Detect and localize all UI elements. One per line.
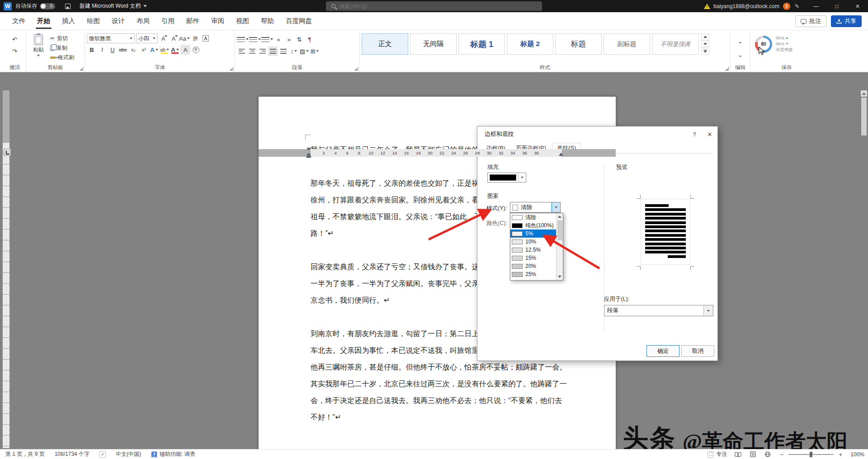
styles-scroll-down[interactable] [701, 41, 709, 47]
cut-button[interactable]: ✂剪切 [49, 34, 75, 43]
list-item-solid[interactable]: 纯色(100%) [510, 221, 563, 230]
proofing-status[interactable]: ✓ [99, 451, 106, 458]
numbering-button[interactable] [249, 34, 261, 44]
text-effects-button[interactable]: A [149, 45, 159, 55]
tab-view[interactable]: 视图 [230, 12, 255, 30]
text-line[interactable]: 其实我那年已二十岁，北京已来往过两三次，是没有什么要紧的了。他踌躇了一 [311, 375, 565, 392]
underline-button[interactable]: U [108, 45, 118, 55]
ok-button[interactable]: 确定 [646, 345, 679, 357]
grow-font-button[interactable]: A [158, 33, 168, 43]
pen-icon[interactable]: ✎ [795, 3, 799, 9]
autosave-control[interactable]: 自动保存 关 [15, 2, 55, 10]
align-right-button[interactable] [258, 46, 268, 56]
subscript-button[interactable]: x₂ [128, 45, 138, 55]
change-case-button[interactable]: Aa [179, 33, 190, 43]
text-line[interactable]: 他再三嘱咐茶房，甚是仔细。但他终于不放心，怕茶房不妥帖；颇踌躇了一会。 [311, 359, 565, 375]
zoom-out-button[interactable]: − [778, 451, 785, 458]
word-count[interactable]: 108/1734 个字 [55, 450, 90, 458]
shading-button[interactable]: ▨ [299, 46, 309, 56]
list-item-25pct[interactable]: 25% [510, 270, 563, 278]
styles-scroll-up[interactable] [701, 33, 709, 40]
styles-more-button[interactable] [701, 48, 709, 55]
phonetic-guide-button[interactable]: 拼 [190, 33, 200, 43]
tab-draw[interactable]: 绘图 [81, 12, 106, 30]
style-subtle-emphasis[interactable]: 不明显强调 [652, 33, 698, 55]
style-combo-dropdown-open[interactable] [552, 202, 560, 212]
pattern-style-combo[interactable]: 清除 [510, 202, 561, 213]
justify-button[interactable] [268, 46, 278, 56]
shrink-font-button[interactable]: A [169, 33, 179, 43]
sort-button[interactable]: ⇅ [294, 34, 304, 44]
paste-button[interactable]: 粘贴 [28, 33, 49, 64]
right-indent-marker[interactable] [559, 153, 563, 156]
align-center-button[interactable] [247, 46, 257, 56]
list-item-15pct[interactable]: 15% [510, 254, 563, 262]
web-layout-button[interactable] [764, 451, 772, 458]
styles-dialog-launcher[interactable] [725, 67, 729, 70]
dialog-help-button[interactable]: ? [687, 128, 702, 141]
character-border-button[interactable]: A [201, 33, 211, 43]
close-button[interactable]: ✕ [847, 0, 868, 12]
horizontal-ruler[interactable]: 2468101214161820222426283032343638 [259, 149, 616, 157]
tab-insert[interactable]: 插入 [56, 12, 81, 30]
preview-page[interactable] [641, 199, 690, 265]
undo-button[interactable]: ↶ [10, 34, 20, 44]
page-indicator[interactable]: 第 1 页，共 9 页 [5, 450, 45, 458]
tab-file[interactable]: 文件 [6, 12, 31, 30]
hanging-indent-marker[interactable] [307, 153, 311, 155]
editing-expand-bottom[interactable]: ⌄ [736, 50, 745, 60]
character-shading-button[interactable]: A [180, 45, 190, 55]
decrease-indent-button[interactable]: « [274, 34, 283, 44]
paragraph-dialog-launcher[interactable] [354, 67, 358, 70]
vertical-ruler[interactable] [3, 90, 9, 448]
tabstop-selector[interactable] [4, 149, 11, 156]
indent-markers-left[interactable] [307, 148, 311, 158]
word-logo-icon[interactable]: W [4, 2, 12, 10]
comments-button[interactable]: 批注 [795, 15, 826, 27]
maximize-button[interactable]: □ [826, 0, 847, 12]
increase-indent-button[interactable]: » [284, 34, 294, 44]
apply-to-combo[interactable]: 段落 [604, 305, 713, 316]
zoom-in-button[interactable]: + [837, 451, 844, 458]
notification-badge[interactable]: 8 [783, 3, 790, 10]
save-icon[interactable] [65, 4, 71, 9]
list-scroll-up[interactable] [557, 213, 563, 220]
scroll-up-button[interactable] [861, 90, 867, 97]
enclose-characters-button[interactable]: 字 [191, 45, 201, 55]
multilevel-list-button[interactable] [261, 34, 273, 44]
style-title[interactable]: 标题 [555, 33, 602, 55]
fill-combo-dropdown[interactable] [518, 173, 526, 182]
style-heading2[interactable]: 标题 2 [507, 33, 553, 55]
tab-mailings[interactable]: 邮件 [180, 12, 205, 30]
minimize-button[interactable]: — [806, 0, 826, 12]
tab-baidu-netdisk[interactable]: 百度网盘 [280, 12, 318, 30]
list-item-12-5pct[interactable]: 12.5% [510, 246, 563, 254]
language-indicator[interactable]: 中文(中国) [116, 450, 141, 458]
print-layout-button[interactable] [749, 451, 757, 458]
strikethrough-button[interactable]: abc [118, 45, 128, 55]
read-mode-button[interactable] [734, 451, 742, 458]
bold-button[interactable]: B [87, 45, 97, 55]
dialog-close-button[interactable]: ✕ [702, 128, 717, 141]
tab-layout[interactable]: 布局 [131, 12, 156, 30]
list-item-5pct[interactable]: 5% [510, 230, 563, 238]
search-input[interactable] [339, 3, 511, 9]
scroll-thumb[interactable] [861, 98, 867, 136]
first-line-indent-marker[interactable] [307, 148, 311, 150]
style-heading1[interactable]: 标题 1 [458, 33, 505, 55]
cancel-button[interactable]: 取消 [681, 345, 714, 357]
font-name-combo[interactable]: 微软雅黑 [87, 33, 135, 43]
share-button[interactable]: 共享 [831, 15, 862, 27]
zoom-thumb[interactable] [810, 452, 812, 457]
style-normal[interactable]: 正文 [362, 33, 408, 55]
zoom-slider[interactable] [788, 451, 834, 458]
format-painter-button[interactable]: 格式刷 [49, 53, 75, 62]
align-left-button[interactable] [237, 46, 247, 56]
accessibility-status[interactable]: ♿辅助功能: 调查 [151, 450, 195, 458]
vertical-scrollbar[interactable] [861, 90, 867, 448]
zoom-level[interactable]: 100% [850, 451, 864, 458]
font-size-combo[interactable]: 小四 [136, 33, 158, 43]
line-spacing-button[interactable]: ↕ [289, 46, 299, 56]
tab-design[interactable]: 设计 [106, 12, 131, 30]
left-indent-marker[interactable] [307, 156, 311, 158]
